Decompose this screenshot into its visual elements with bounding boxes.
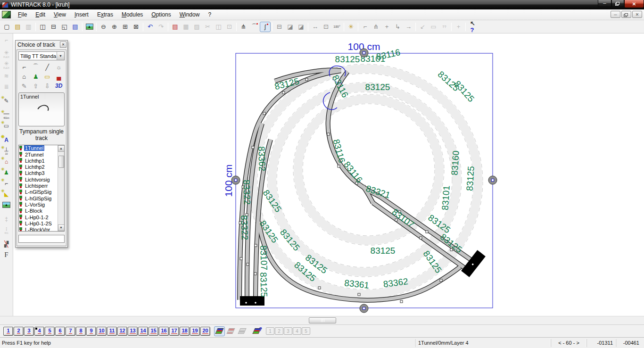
menu-view[interactable]: View	[50, 10, 70, 19]
rotate-piece-button[interactable]: ⊡	[321, 22, 331, 32]
layer-button-18[interactable]: 18	[180, 327, 190, 336]
slope-track-button[interactable]: ╱	[41, 62, 53, 72]
hide-track-button[interactable]: ▞	[0, 239, 12, 249]
figures-button[interactable]: ♟	[30, 72, 42, 81]
letter-F-button[interactable]: F	[0, 249, 12, 260]
context-help-button[interactable]: ↖	[467, 22, 478, 32]
layer-button-7[interactable]: 7	[66, 327, 75, 336]
canvas-hscrollbar[interactable]	[0, 316, 644, 324]
layer-help-button[interactable]	[251, 326, 262, 336]
mdi-minimize-button[interactable]: ─	[611, 11, 620, 18]
background-image-button[interactable]: ▲	[84, 22, 95, 32]
list-item-2tunnel[interactable]: 2Tunnel	[19, 151, 58, 157]
rotate-180-button[interactable]: 180°	[331, 22, 342, 32]
layer-button-13[interactable]: 13	[128, 327, 138, 336]
mdi-restore-button[interactable]	[621, 11, 631, 18]
list-item-lichtsperr[interactable]: Lichtsperr	[19, 182, 58, 189]
draw-tool-button[interactable]: ✎	[18, 81, 30, 91]
layer-button-1[interactable]: 1	[3, 327, 13, 336]
list-item-lichthp3[interactable]: Lichthp3	[19, 170, 58, 176]
menu-extras[interactable]: Extras	[93, 10, 117, 19]
close-button[interactable]: ✕	[624, 0, 644, 8]
scroll-thumb[interactable]	[58, 156, 64, 168]
scroll-down-icon[interactable]: ▼	[58, 224, 65, 231]
connect-split-button[interactable]: ⋔	[371, 22, 381, 32]
zoom-in-button[interactable]: ⊕	[109, 22, 120, 32]
layer-button-12[interactable]: 12	[117, 327, 127, 336]
open-file-button[interactable]: ▤	[12, 22, 23, 32]
track-system-dropdown[interactable]: Tillig TT Standa ▼	[18, 51, 65, 60]
curved-track-button[interactable]: ⌒	[30, 62, 42, 72]
mdi-close-button[interactable]: ✕	[632, 11, 642, 18]
list-item-1tunnel[interactable]: 1Tunnel	[19, 145, 58, 151]
document-icon[interactable]	[2, 11, 11, 18]
menu-file[interactable]: File	[14, 10, 31, 19]
download-piece-button[interactable]: ⇩	[41, 81, 53, 91]
list-item-lichthp2[interactable]: Lichthp2	[19, 164, 58, 170]
move-cross-button[interactable]: ↔	[310, 22, 321, 32]
list-item-l-block[interactable]: L-Block	[19, 208, 58, 214]
list-item-lichtvorsig[interactable]: Lichtvorsig	[19, 176, 58, 182]
layer-button-8[interactable]: 8	[76, 327, 86, 336]
straight-track-button[interactable]: ⌐	[18, 62, 30, 72]
track-plan-canvas[interactable]: 100 cm 100 cm 83125831258310183116831168…	[13, 33, 644, 316]
layer-button-15[interactable]: 15	[149, 327, 158, 336]
insert-figure-button[interactable]: ♟	[0, 167, 12, 178]
print-button[interactable]: ⊟	[48, 22, 59, 32]
move-piece-1-button[interactable]: ◪	[285, 22, 296, 32]
zoom-window-button[interactable]: ⊞	[120, 22, 131, 32]
insert-dimension-button[interactable]: —401m	[0, 109, 12, 120]
turntable-button[interactable]: ☼	[53, 62, 65, 72]
layer-button-14[interactable]: 14	[138, 327, 148, 336]
layer-button-20[interactable]: 20	[200, 327, 210, 336]
connect-corner-button[interactable]: ⌐	[360, 22, 371, 32]
track-plan-drawing[interactable]: 100 cm 100 cm 83125831258310183116831168…	[13, 33, 644, 316]
menu-insert[interactable]: Insert	[70, 10, 93, 19]
zoom-fit-button[interactable]: ⊠	[131, 22, 141, 32]
layer-button-16[interactable]: 16	[159, 327, 169, 336]
insert-text-button[interactable]: A	[0, 134, 12, 145]
turnout-track-button[interactable]: ⋔	[238, 22, 249, 32]
properties-box-button[interactable]: ⊟	[274, 22, 285, 32]
list-item-l-hglspsig[interactable]: L-hGlSpSig	[19, 195, 58, 201]
list-item-l-hp0-1-2s[interactable]: L-Hp0-1-2S	[19, 220, 58, 226]
list-item-l-blockvor[interactable]: L-BlockVor	[19, 226, 58, 231]
flex-track-button[interactable]: ʃ	[260, 22, 271, 32]
insert-house-button[interactable]: ⌂	[0, 156, 12, 167]
parts-list-button[interactable]: ▤	[70, 22, 81, 32]
vehicles-button[interactable]: ▄	[53, 72, 65, 81]
insert-image-button[interactable]: ▲	[0, 199, 12, 210]
menu-edit[interactable]: Edit	[31, 10, 50, 19]
layer-button-17[interactable]: 17	[169, 327, 179, 336]
layer-button-11[interactable]: 11	[107, 327, 117, 336]
insert-contact-button[interactable]: ⌐	[0, 178, 12, 189]
print-preview-button[interactable]: ◫	[37, 22, 48, 32]
connect-join-button[interactable]: +	[381, 22, 392, 32]
hscroll-thumb[interactable]	[309, 317, 336, 323]
layer-button-2[interactable]: 2	[14, 327, 24, 336]
list-item-lichthp1[interactable]: Lichthp1	[19, 157, 58, 164]
list-item-l-vorsig[interactable]: L-VorSig	[19, 201, 58, 207]
piece-filter-input[interactable]	[18, 235, 65, 243]
zoom-out-button[interactable]: ⊖	[98, 22, 109, 32]
view-3d-button[interactable]: 3D	[53, 81, 65, 91]
menu-window[interactable]: Window	[175, 10, 204, 19]
layer-button-4[interactable]: 4	[34, 327, 44, 336]
layer-button-3[interactable]: 3	[24, 327, 34, 336]
move-piece-2-button[interactable]: ◪	[296, 22, 306, 32]
insert-gradient-button[interactable]: ⊥10	[0, 145, 12, 156]
list-item-l-nglspsig[interactable]: L-nGlSpSig	[19, 189, 58, 195]
menu--[interactable]: ?	[204, 10, 215, 19]
list-item-l-hp0-1-2[interactable]: L-Hp0-1-2	[19, 214, 58, 220]
scroll-up-icon[interactable]: ▲	[58, 145, 65, 152]
panel-title-bar[interactable]: Choice of track ✕	[16, 41, 67, 49]
upload-piece-button[interactable]: ⇧	[30, 81, 42, 91]
connect-straight-button[interactable]: →	[403, 22, 414, 32]
new-file-button[interactable]: ▢	[1, 22, 12, 32]
layer-button-9[interactable]: 9	[86, 327, 96, 336]
menu-modules[interactable]: Modules	[117, 10, 147, 19]
minimize-button[interactable]: ─	[598, 0, 611, 7]
undo-button[interactable]: ↶	[145, 22, 156, 32]
dropdown-arrow-icon[interactable]: ▼	[57, 52, 64, 60]
panel-close-button[interactable]: ✕	[60, 41, 66, 48]
